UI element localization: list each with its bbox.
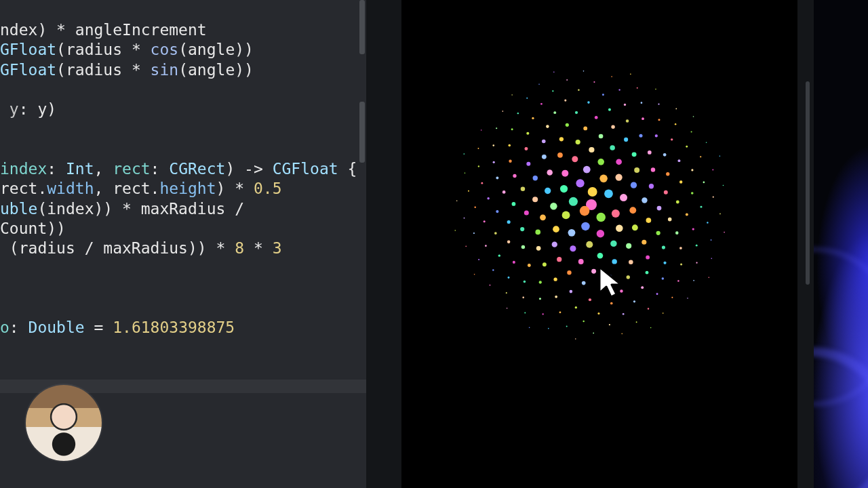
code-token bbox=[244, 239, 254, 257]
code-token: width bbox=[47, 180, 94, 197]
code-token: uble bbox=[0, 200, 37, 218]
code-token: cos bbox=[151, 41, 179, 58]
code-token: index bbox=[0, 160, 47, 178]
code-token: Int bbox=[66, 160, 94, 178]
code-token: maxRadius)) bbox=[94, 239, 216, 257]
code-token: rect bbox=[113, 160, 150, 178]
code-token: * bbox=[132, 41, 141, 58]
code-token: 0.5 bbox=[254, 180, 282, 197]
code-token: (index)) bbox=[37, 200, 122, 218]
code-line[interactable]: (radius / maxRadius)) * 8 * 3 bbox=[0, 239, 366, 258]
editor-minimap-slice-top[interactable] bbox=[358, 0, 366, 75]
code-token: : bbox=[151, 160, 170, 178]
code-token: : bbox=[9, 319, 28, 336]
code-token bbox=[263, 239, 273, 257]
code-token: (radius bbox=[56, 61, 132, 79]
presenter-avatar bbox=[26, 385, 102, 461]
code-token: maxRadius bbox=[132, 200, 235, 218]
code-token: * bbox=[132, 61, 141, 79]
code-line[interactable]: o: Double = 1.61803398875 bbox=[0, 318, 366, 338]
code-line[interactable]: y: y) bbox=[0, 100, 366, 119]
code-token: * bbox=[122, 200, 132, 218]
code-editor-pane[interactable]: ndex) * angleIncrementGFloat(radius * co… bbox=[0, 0, 366, 488]
code-line[interactable] bbox=[0, 279, 366, 298]
code-line[interactable] bbox=[0, 80, 366, 100]
code-token: ) -> bbox=[225, 160, 272, 178]
code-token: Double bbox=[28, 319, 85, 336]
code-line[interactable]: index: Int, rect: CGRect) -> CGFloat { bbox=[0, 159, 366, 179]
pane-gutter[interactable] bbox=[366, 0, 393, 488]
code-token: / bbox=[235, 200, 244, 218]
minimap-thumb[interactable] bbox=[359, 102, 365, 163]
code-token: * bbox=[216, 239, 226, 257]
code-token: , rect. bbox=[94, 180, 160, 197]
code-token: 3 bbox=[273, 239, 282, 257]
code-token: GFloat bbox=[0, 61, 56, 79]
code-token: 1.61803398875 bbox=[113, 319, 235, 336]
code-line[interactable]: uble(index)) * maxRadius / bbox=[0, 199, 366, 219]
code-line[interactable]: GFloat(radius * cos(angle)) bbox=[0, 40, 366, 60]
code-token: (radius bbox=[0, 239, 85, 257]
code-token bbox=[141, 61, 151, 79]
code-editor-content[interactable]: ndex) * angleIncrementGFloat(radius * co… bbox=[0, 20, 366, 338]
code-token: y bbox=[9, 100, 19, 118]
code-token bbox=[0, 100, 9, 118]
code-token: * bbox=[56, 21, 66, 39]
code-token: / bbox=[85, 239, 94, 257]
code-token: (angle)) bbox=[178, 41, 254, 58]
code-line[interactable]: rect.width, rect.height) * 0.5 bbox=[0, 179, 366, 199]
preview-scrollbar-thumb[interactable] bbox=[806, 81, 810, 285]
code-token: GFloat bbox=[0, 41, 56, 58]
code-token: angleIncrement bbox=[66, 21, 207, 39]
preview-scrollbar[interactable] bbox=[804, 41, 811, 339]
code-token bbox=[244, 180, 254, 197]
code-token bbox=[141, 41, 151, 58]
editor-minimap-slice-mid[interactable] bbox=[358, 102, 366, 183]
code-line[interactable] bbox=[0, 259, 366, 279]
code-token: , bbox=[94, 160, 113, 178]
code-line[interactable]: GFloat(radius * sin(angle)) bbox=[0, 60, 366, 80]
code-token: * bbox=[235, 180, 244, 197]
code-token: * bbox=[254, 239, 263, 257]
code-token: o bbox=[0, 319, 9, 336]
code-token bbox=[225, 239, 235, 257]
code-line[interactable] bbox=[0, 298, 366, 318]
code-token: 8 bbox=[235, 239, 244, 257]
code-token: Count bbox=[0, 220, 47, 237]
code-token: ) bbox=[216, 180, 235, 197]
code-line[interactable] bbox=[0, 119, 366, 139]
code-token: : bbox=[47, 160, 66, 178]
code-token: (radius bbox=[56, 41, 132, 58]
code-token: ndex) bbox=[0, 21, 56, 39]
code-token: : y) bbox=[19, 100, 56, 118]
app-root: ndex) * angleIncrementGFloat(radius * co… bbox=[0, 0, 868, 488]
code-token: sin bbox=[151, 61, 179, 79]
preview-pane[interactable] bbox=[393, 0, 814, 488]
desktop-wallpaper-strip bbox=[814, 0, 868, 488]
code-token: (angle)) bbox=[178, 61, 254, 79]
code-token: CGFloat bbox=[273, 160, 338, 178]
minimap-thumb[interactable] bbox=[359, 0, 365, 54]
code-line[interactable]: ndex) * angleIncrement bbox=[0, 20, 366, 40]
code-token: = bbox=[85, 319, 113, 336]
code-token: )) bbox=[47, 220, 66, 237]
code-line[interactable]: Count)) bbox=[0, 219, 366, 239]
code-token: height bbox=[159, 180, 216, 197]
simulator-frame[interactable] bbox=[401, 0, 797, 488]
code-token: rect. bbox=[0, 180, 47, 197]
code-token: CGRect bbox=[169, 160, 225, 178]
code-line[interactable] bbox=[0, 140, 366, 159]
code-token: { bbox=[338, 160, 357, 178]
